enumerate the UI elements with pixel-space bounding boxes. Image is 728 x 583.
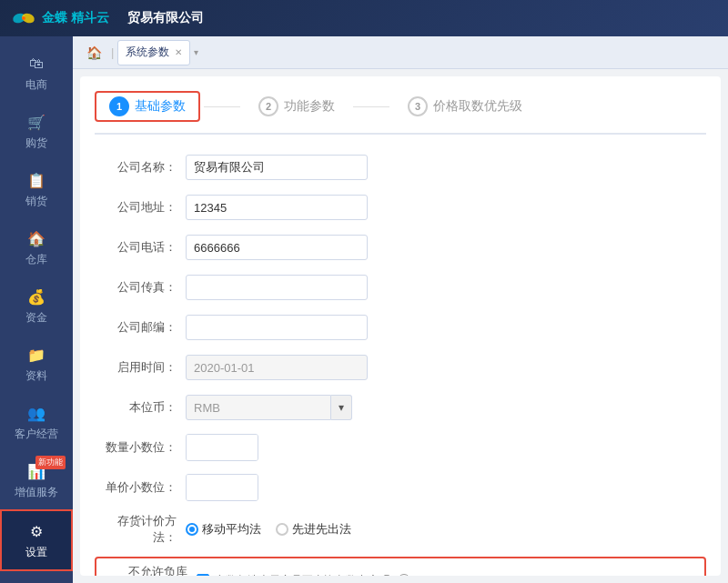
radio-fifo[interactable]: 先进先出法 <box>276 521 351 538</box>
logo-brand: 金蝶 精斗云 <box>42 10 109 26</box>
label-currency: 本位币： <box>95 399 186 416</box>
page-content: 1 基础参数 2 功能参数 3 价格取数优先级 公司名称： <box>80 76 721 576</box>
form-row-currency: 本位币： ▾ <box>95 393 706 422</box>
checkbox-box-no-negative[interactable]: ✓ <box>197 574 209 576</box>
radio-btn-moving[interactable] <box>186 523 198 536</box>
input-currency <box>186 395 331 420</box>
tab-system-params[interactable]: 系统参数 ✕ <box>117 40 190 65</box>
radio-label-moving: 移动平均法 <box>202 521 261 538</box>
sidebar-label-warehouse: 仓库 <box>25 252 47 267</box>
label-company-phone: 公司电话： <box>95 239 186 256</box>
sidebar-item-data[interactable]: 📁 资料 <box>0 335 73 393</box>
sales-icon: 📋 <box>25 169 47 191</box>
input-company-address[interactable] <box>186 195 368 220</box>
label-qty-decimal: 数量小数位： <box>95 439 186 456</box>
radio-moving-avg[interactable]: 移动平均法 <box>186 521 261 538</box>
radio-group-valuation: 移动平均法 先进先出法 <box>186 521 351 538</box>
sidebar-item-crm[interactable]: 👥 客户经营 <box>0 393 73 451</box>
step-tab-function[interactable]: 2 功能参数 <box>244 91 349 122</box>
tab-bar: 🏠 | 系统参数 ✕ ▾ <box>73 36 728 69</box>
radio-btn-fifo[interactable] <box>276 523 288 536</box>
tab-label: 系统参数 <box>126 45 169 60</box>
step-divider-2 <box>353 106 389 107</box>
sidebar-label-valueadded: 增值服务 <box>15 485 58 500</box>
logo-area: 金蝶 精斗云 <box>11 5 109 31</box>
svg-point-2 <box>22 16 25 20</box>
label-company-name: 公司名称： <box>95 159 186 176</box>
info-icon[interactable]: ① <box>398 574 410 576</box>
sidebar-item-finance[interactable]: 💰 资金 <box>0 276 73 335</box>
sidebar-label-crm: 客户经营 <box>15 427 58 442</box>
step-tab-basic[interactable]: 1 基础参数 <box>95 91 200 122</box>
step-label-price: 价格取数优先级 <box>433 98 522 115</box>
label-enable-time: 启用时间： <box>95 359 186 376</box>
form-row-qty-decimal: 数量小数位： ▲ ▼ <box>95 433 706 462</box>
ecommerce-icon: 🛍 <box>25 53 47 75</box>
form-row-no-negative: 不允许负库存： ✓ 参数勾选表示商品不允许负数出库 ① ① <box>95 557 706 576</box>
tab-dropdown-icon[interactable]: ▾ <box>194 47 198 57</box>
input-company-fax[interactable] <box>186 275 368 300</box>
tab-close-icon[interactable]: ✕ <box>175 47 182 57</box>
label-valuation: 存货计价方法： <box>95 513 186 546</box>
checkbox-no-negative: ✓ 参数勾选表示商品不允许负数出库 ① ① <box>197 573 410 577</box>
settings-icon: ⚙ <box>25 520 47 542</box>
sidebar-label-ecommerce: 电商 <box>25 77 47 93</box>
sidebar-label-finance: 资金 <box>25 310 47 326</box>
spinner-price-decimal: ▲ ▼ <box>186 474 258 501</box>
step-circle-1: 1 <box>109 96 129 116</box>
main-layout: 🛍 电商 🛒 购货 📋 销货 🏠 仓库 💰 资金 📁 资料 👥 客户经营 新功 <box>0 36 728 583</box>
sidebar-label-data: 资料 <box>25 368 47 384</box>
label-price-decimal: 单价小数位： <box>95 479 186 496</box>
sidebar-item-purchase[interactable]: 🛒 购货 <box>0 102 73 160</box>
spinner-qty-decimal: ▲ ▼ <box>186 434 258 461</box>
input-qty-decimal[interactable] <box>187 435 258 460</box>
new-badge: 新功能 <box>35 456 66 469</box>
sidebar: 🛍 电商 🛒 购货 📋 销货 🏠 仓库 💰 资金 📁 资料 👥 客户经营 新功 <box>0 36 73 583</box>
sidebar-item-warehouse[interactable]: 🏠 仓库 <box>0 218 73 276</box>
form-row-company-address: 公司地址： <box>95 193 706 222</box>
form-row-company-fax: 公司传真： <box>95 273 706 302</box>
radio-inner-moving <box>189 527 195 532</box>
sidebar-item-sales[interactable]: 📋 销货 <box>0 160 73 218</box>
currency-dropdown-button[interactable]: ▾ <box>331 395 352 420</box>
step-circle-2: 2 <box>258 96 278 116</box>
purchase-icon: 🛒 <box>25 111 47 133</box>
label-company-fax: 公司传真： <box>95 279 186 296</box>
step-label-basic: 基础参数 <box>135 98 186 115</box>
input-company-phone[interactable] <box>186 235 368 260</box>
step-circle-3: 3 <box>408 96 428 116</box>
label-company-address: 公司地址： <box>95 199 186 216</box>
label-no-negative: 不允许负库存： <box>106 564 197 576</box>
step-tabs: 1 基础参数 2 功能参数 3 价格取数优先级 <box>95 91 706 135</box>
home-tab[interactable]: 🏠 <box>80 39 107 66</box>
finance-icon: 💰 <box>25 286 47 307</box>
sidebar-item-settings[interactable]: ⚙ 设置 <box>0 509 73 571</box>
form-row-company-zip: 公司邮编： <box>95 313 706 342</box>
label-company-zip: 公司邮编： <box>95 319 186 336</box>
warehouse-icon: 🏠 <box>25 227 47 249</box>
tab-separator: | <box>111 45 114 59</box>
content-area: 🏠 | 系统参数 ✕ ▾ 1 基础参数 2 功能参数 <box>73 36 728 583</box>
checkmark-icon: ✓ <box>199 576 207 577</box>
input-enable-time[interactable] <box>186 355 368 380</box>
form-row-valuation: 存货计价方法： 移动平均法 先进先出法 <box>95 513 706 546</box>
step-label-function: 功能参数 <box>284 98 335 115</box>
company-name: 贸易有限公司 <box>127 10 204 26</box>
input-company-zip[interactable] <box>186 315 368 340</box>
step-divider-1 <box>204 106 240 107</box>
radio-label-fifo: 先进先出法 <box>292 521 351 538</box>
logo-icon <box>11 5 36 31</box>
form-row-enable-time: 启用时间： <box>95 353 706 382</box>
sidebar-label-sales: 销货 <box>25 194 47 209</box>
sidebar-item-ecommerce[interactable]: 🛍 电商 <box>0 44 73 102</box>
data-icon: 📁 <box>25 344 47 366</box>
input-company-name[interactable] <box>186 155 368 180</box>
top-bar: 金蝶 精斗云 贸易有限公司 <box>0 0 728 36</box>
step-tab-price[interactable]: 3 价格取数优先级 <box>393 91 537 122</box>
crm-icon: 👥 <box>25 402 47 424</box>
sidebar-label-purchase: 购货 <box>25 136 47 151</box>
sidebar-item-valueadded[interactable]: 新功能 📊 增值服务 <box>0 451 73 509</box>
form-row-price-decimal: 单价小数位： ▲ ▼ <box>95 473 706 502</box>
input-price-decimal[interactable] <box>187 475 258 500</box>
checkbox-label-no-negative: 参数勾选表示商品不允许负数出库 ① <box>215 573 392 577</box>
